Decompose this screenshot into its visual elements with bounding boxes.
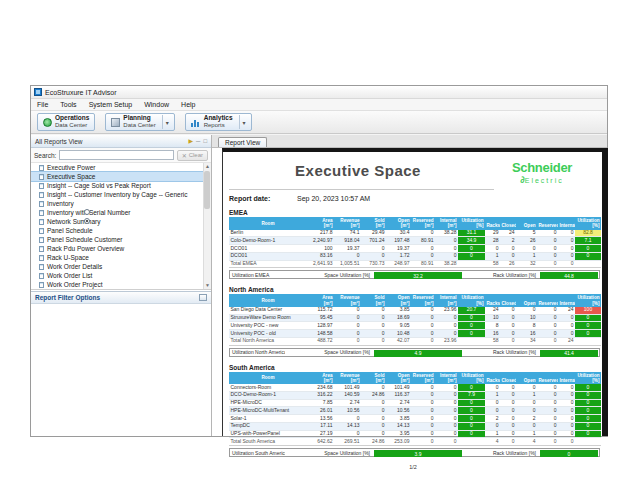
tree-item-work-order-list[interactable]: Work Order List bbox=[31, 271, 211, 280]
menu-item-help[interactable]: Help bbox=[175, 101, 201, 108]
room-cell: DCO01 bbox=[229, 252, 307, 260]
tree-item-label: Insight -- Cage Sold vs Peak Report bbox=[47, 182, 151, 189]
tree-item-work-order-project[interactable]: Work Order Project bbox=[31, 280, 211, 289]
report-view-area: Report View Executive Space Schneider ∂E… bbox=[212, 135, 607, 436]
report-icon bbox=[39, 192, 44, 198]
total-label-cell: Total EMEA bbox=[229, 260, 307, 268]
tree-item-inventory-with-serial-number[interactable]: Inventory with Serial Number bbox=[31, 208, 211, 217]
value-cell: 95.45 bbox=[307, 314, 334, 322]
column-header: Open[m²] bbox=[386, 294, 411, 307]
scrollbar-up-icon[interactable]: ▲ bbox=[205, 163, 210, 170]
tree-item-panel-schedule[interactable]: Panel Schedule bbox=[31, 226, 211, 235]
rack-value-cell: 0 bbox=[537, 391, 558, 399]
column-header: Open[m²] bbox=[386, 372, 411, 385]
rack-value-cell: 0 bbox=[516, 307, 537, 314]
search-input[interactable] bbox=[59, 150, 173, 160]
pin-icon[interactable]: ▶ bbox=[188, 138, 193, 144]
tree-item-executive-space[interactable]: Executive Space bbox=[31, 172, 211, 181]
chevron-down-icon[interactable]: ▾ bbox=[239, 115, 246, 129]
column-header: Reserved[m²] bbox=[411, 217, 435, 230]
space-utilization-cell: 0 bbox=[458, 384, 485, 391]
rack-value-cell: 0 bbox=[537, 415, 558, 423]
column-header: Revenue[m²] bbox=[334, 372, 361, 385]
rack-value-cell: 0 bbox=[500, 384, 516, 391]
total-rack-cell: 34 bbox=[516, 337, 537, 345]
tree-item-label: Insight -- Customer Inventory by Cage --… bbox=[47, 191, 188, 198]
column-header: Reserved bbox=[537, 294, 558, 307]
toolbar-button-planning[interactable]: PlanningData Center▾ bbox=[105, 113, 174, 131]
tab-report-view[interactable]: Report View bbox=[218, 137, 267, 147]
total-rack-cell: 0 bbox=[537, 438, 558, 446]
minimize-icon[interactable]: ─ bbox=[196, 138, 200, 144]
toolbar-button-label: Analytics bbox=[204, 115, 233, 122]
rack-value-cell: 0 bbox=[516, 384, 537, 391]
column-header: Room bbox=[229, 294, 307, 307]
region-table: RoomArea[m²]Revenue[m²]Sold[m²]Open[m²]R… bbox=[229, 294, 601, 345]
total-value-cell: 269.51 bbox=[334, 438, 361, 446]
tree-scrollbar[interactable]: ▲ ▼ bbox=[203, 163, 211, 289]
schneider-logo: Schneider ∂Electric bbox=[487, 158, 597, 185]
toolbar-button-analytics[interactable]: AnalyticsReports▾ bbox=[185, 113, 252, 131]
radio-icon[interactable] bbox=[84, 209, 90, 215]
region-title: North America bbox=[229, 286, 597, 293]
tree-item-executive-power[interactable]: Executive Power bbox=[31, 163, 211, 172]
tree-item-inventory[interactable]: Inventory bbox=[31, 199, 211, 208]
report-options-icon[interactable] bbox=[199, 294, 207, 301]
space-utilization-label: Space Utilization [%] bbox=[285, 349, 373, 356]
value-cell: 0 bbox=[411, 422, 435, 430]
total-value-cell: 0 bbox=[411, 337, 435, 345]
rack-value-cell: 0 bbox=[558, 407, 575, 415]
value-cell: 0 bbox=[361, 430, 386, 438]
tree-item-insight-cage-sold-vs-peak-report[interactable]: Insight -- Cage Sold vs Peak Report bbox=[31, 181, 211, 190]
tree-item-panel-schedule-customer[interactable]: Panel Schedule Customer bbox=[31, 235, 211, 244]
column-header: Sold[m²] bbox=[361, 294, 386, 307]
scrollbar-thumb[interactable] bbox=[204, 171, 210, 209]
chevron-down-icon[interactable]: ▾ bbox=[162, 115, 169, 129]
value-cell: 0 bbox=[334, 322, 361, 330]
rack-value-cell: 0 bbox=[558, 245, 575, 253]
rack-value-cell: 0 bbox=[516, 407, 537, 415]
float-icon[interactable]: □ bbox=[203, 138, 207, 144]
rack-value-cell: 0 bbox=[500, 314, 516, 322]
toolbar-button-sublabel: Data Center bbox=[123, 122, 155, 128]
screenshot-canvas: EcoStruxure IT Advisor FileToolsSystem S… bbox=[0, 0, 640, 480]
column-header: Open bbox=[516, 294, 537, 307]
tree-item-work-order-details[interactable]: Work Order Details bbox=[31, 262, 211, 271]
toolbar-button-operations[interactable]: OperationsData Center bbox=[37, 113, 95, 131]
value-cell: 14.13 bbox=[386, 422, 411, 430]
radio-icon[interactable] bbox=[84, 218, 90, 224]
value-cell: 116.37 bbox=[386, 391, 411, 399]
menu-item-tools[interactable]: Tools bbox=[54, 101, 82, 108]
value-cell: 0 bbox=[411, 415, 435, 423]
scrollbar-down-icon[interactable]: ▼ bbox=[205, 282, 210, 289]
clear-button[interactable]: ✕Clear bbox=[177, 150, 208, 161]
toolbar-button-sublabel: Data Center bbox=[55, 122, 89, 128]
rack-utilization-cell: 0 bbox=[575, 415, 601, 423]
total-rack-cell: 0 bbox=[558, 260, 575, 268]
value-cell: 148.58 bbox=[307, 330, 334, 338]
tree-item-rack-u-space[interactable]: Rack U-Space bbox=[31, 253, 211, 262]
value-cell: 0 bbox=[411, 245, 435, 253]
menu-item-file[interactable]: File bbox=[31, 101, 54, 108]
region-south-america: South AmericaRoomArea[m²]Revenue[m²]Sold… bbox=[229, 364, 597, 458]
table-total-row: Total North America488.720042.07023.9658… bbox=[229, 337, 601, 345]
value-cell: 13.56 bbox=[307, 415, 334, 423]
toolbar-button-sublabel: Reports bbox=[204, 122, 233, 128]
value-cell: 0 bbox=[361, 322, 386, 330]
room-cell: DCO-Demo-Room-1 bbox=[229, 391, 307, 399]
search-row: Search: ✕Clear bbox=[31, 148, 211, 163]
value-cell: 316.22 bbox=[307, 391, 334, 399]
menu-item-window[interactable]: Window bbox=[138, 101, 175, 108]
tree-item-label: Rack Pdu Power Overview bbox=[47, 245, 124, 252]
value-cell: 0 bbox=[334, 330, 361, 338]
title-bar: EcoStruxure IT Advisor bbox=[31, 86, 607, 99]
menu-item-system-setup[interactable]: System Setup bbox=[83, 101, 139, 108]
report-icon bbox=[39, 255, 44, 261]
total-value-cell: 38.28 bbox=[435, 260, 458, 268]
rack-value-cell: 0 bbox=[537, 430, 558, 438]
tree-item-rack-pdu-power-overview[interactable]: Rack Pdu Power Overview bbox=[31, 244, 211, 253]
tree-item-network-summary[interactable]: Network Summary bbox=[31, 217, 211, 226]
rack-value-cell: 0 bbox=[500, 422, 516, 430]
tree-item-insight-customer-inventory-by-cage-generic[interactable]: Insight -- Customer Inventory by Cage --… bbox=[31, 190, 211, 199]
table-row: Berlin217.874.129.4930.4038.2831.1292450… bbox=[229, 230, 601, 237]
